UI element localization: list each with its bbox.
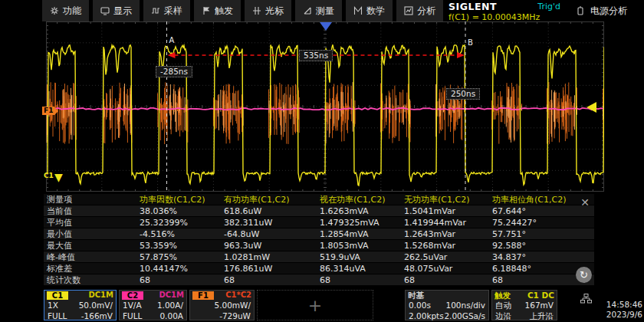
trigger-flag-icon <box>202 6 211 15</box>
measure-ruler-icon <box>303 6 312 15</box>
f1-marker-label: F1 <box>42 107 54 115</box>
table-cell: 262.5uVar <box>404 251 492 262</box>
bottom-bar: C1 DC1M 1X50.0mV/ FULL-166mV C2 DC1M 1V/… <box>0 290 644 322</box>
clock-date: 2023/9/6 <box>596 310 642 320</box>
add-channel-button[interactable]: + <box>257 290 373 320</box>
trigger-position-marker[interactable] <box>320 22 332 31</box>
oscilloscope-screen: 功能 显示 采样 触发 光标 测量 数学 分析 <box>0 0 644 322</box>
table-cell: 标准差 <box>44 263 140 274</box>
math-icon <box>353 6 363 15</box>
table-header-cell: 功率因数(C1,C2) <box>140 194 224 205</box>
timebase-samplerate: 2.00GSa/s <box>444 310 485 321</box>
menu-item-acquire[interactable]: 采样 <box>143 0 190 21</box>
trigger-box[interactable]: 触发 C1 DC 自动167mV 边沿上升沿 <box>491 290 557 320</box>
menu-item-label: 数学 <box>366 5 385 18</box>
table-cell: 68 <box>224 274 320 285</box>
f1-scale: 5.00mW/ <box>214 300 251 310</box>
timebase-delay: 0.00s <box>409 300 431 310</box>
menu-item-measure[interactable]: 测量 <box>295 0 342 21</box>
c1-scale: 50.0mV/ <box>79 300 113 310</box>
c1-channel-marker[interactable]: C1 ▼ <box>44 172 63 182</box>
table-cell: 统计次数 <box>44 274 140 285</box>
c2-chip: C2 <box>122 291 143 300</box>
table-cell: 10.44147% <box>140 263 224 274</box>
menu-item-math[interactable]: 数学 <box>346 0 393 21</box>
table-close-button[interactable]: ✕ <box>577 196 593 209</box>
table-cell: 68 <box>140 274 224 285</box>
f1-channel-marker[interactable]: F1 <box>42 107 58 115</box>
display-icon <box>100 6 110 15</box>
table-header-cell: 无功功率(C1,C2) <box>404 194 492 205</box>
sampling-icon <box>151 6 160 15</box>
reset-icon: ↻ <box>580 269 588 281</box>
table-cell: 1.0281mW <box>224 251 320 262</box>
c1-offset: -166mV <box>81 310 113 321</box>
c2-offset: 0.00A <box>159 310 183 321</box>
table-cell: 1.5268mVar <box>404 240 492 251</box>
cursor-b-letter: B <box>468 38 473 47</box>
battery-icon <box>576 6 585 16</box>
menu-item-label: 采样 <box>164 5 182 18</box>
menu-item-trigger[interactable]: 触发 <box>194 0 241 21</box>
timebase-scale: 100ns/div <box>445 300 485 310</box>
c1-offscreen-arrow-icon: ▼ <box>54 172 63 182</box>
table-cell: 519.9uVA <box>320 251 404 262</box>
c2-scale: 1.00A/ <box>157 300 183 310</box>
menu-item-display[interactable]: 显示 <box>93 0 140 21</box>
table-row: 峰-峰值57.875%1.0281mW519.9uVA262.5uVar34.8… <box>44 251 594 263</box>
timebase-title: 时基 <box>408 291 424 300</box>
c2-bandwidth: FULL <box>123 310 142 321</box>
f1-marker-arrow-icon <box>54 107 58 115</box>
channel-box-c2[interactable]: C2 DC1M 1V/A1.00A/ FULL0.00A <box>119 290 187 320</box>
menu-item-cursors[interactable]: 光标 <box>245 0 291 21</box>
menu-item-label: 触发 <box>215 5 233 18</box>
waveform-plot[interactable]: AB -285ns 535ns 250ns <box>46 21 604 192</box>
table-cell: 1.5041mVar <box>404 205 492 216</box>
menu-item-label: 测量 <box>316 5 334 18</box>
top-menu-bar: 功能 显示 采样 触发 光标 测量 数学 分析 <box>42 0 644 21</box>
table-cell: 57.875% <box>140 251 224 262</box>
table-cell: -64.8uW <box>224 228 320 239</box>
c2-coupling: DC1M <box>159 291 184 300</box>
table-cell: 92.588° <box>492 240 594 251</box>
clock: 14:58:46 2023/9/6 <box>596 300 642 320</box>
table-cell: 1.2854mVA <box>320 228 404 239</box>
statistics-reset-button[interactable]: ↻ <box>576 267 592 283</box>
trigger-slope: 上升沿 <box>530 310 554 321</box>
timebase-box[interactable]: 时基 0.00s100ns/div 2.00kpts2.00GSa/s <box>405 290 489 320</box>
trigger-mode: 自动 <box>495 300 511 310</box>
brand-logo: SIGLENT <box>449 1 497 12</box>
measurement-table: 测量项功率因数(C1,C2)有功功率(C1,C2)视在功率(C1,C2)无功功率… <box>44 194 594 286</box>
plus-icon: + <box>308 296 322 315</box>
menu-item-analysis[interactable]: 分析 <box>396 0 443 21</box>
table-cell: 1.6263mVA <box>320 205 404 216</box>
table-cell: 34.837° <box>492 251 594 262</box>
trigger-type: 边沿 <box>495 310 511 321</box>
menu-item-label: 分析 <box>417 5 435 18</box>
table-cell: 618.6uW <box>224 205 320 216</box>
table-cell: 176.861uW <box>224 263 320 274</box>
menu-item-label: 显示 <box>113 5 132 18</box>
trigger-level-marker[interactable] <box>586 102 596 113</box>
table-cell: 38.036% <box>140 205 224 216</box>
clock-time: 14:58:46 <box>596 300 642 310</box>
channel-box-c1[interactable]: C1 DC1M 1X50.0mV/ FULL-166mV <box>44 290 117 320</box>
power-analysis-button[interactable]: 电源分析 <box>568 0 635 21</box>
table-cell: 57.751° <box>492 228 594 239</box>
menu-item-function[interactable]: 功能 <box>42 0 89 21</box>
cursor-a-readout[interactable]: -285ns <box>156 66 192 77</box>
network-icon <box>580 292 592 307</box>
table-cell: 53.359% <box>140 240 224 251</box>
menu-item-label: 功能 <box>63 5 81 18</box>
cursor-a-letter: A <box>169 36 175 44</box>
trigger-status-badge: Trig'd <box>537 2 560 12</box>
c1-coupling: DC1M <box>88 291 113 300</box>
f1-offset: -729uW <box>219 310 251 321</box>
cursor-b-readout[interactable]: 250ns <box>446 88 480 100</box>
f1-chip: F1 <box>192 291 214 300</box>
cursor-delta-readout: 535ns <box>299 50 333 61</box>
channel-box-f1[interactable]: F1 C1*C2 5.00mW/ -729uW <box>189 290 255 320</box>
table-cell: 25.32399% <box>140 217 224 228</box>
table-cell: 68 <box>320 274 404 285</box>
c2-probe: 1V/A <box>123 300 142 310</box>
